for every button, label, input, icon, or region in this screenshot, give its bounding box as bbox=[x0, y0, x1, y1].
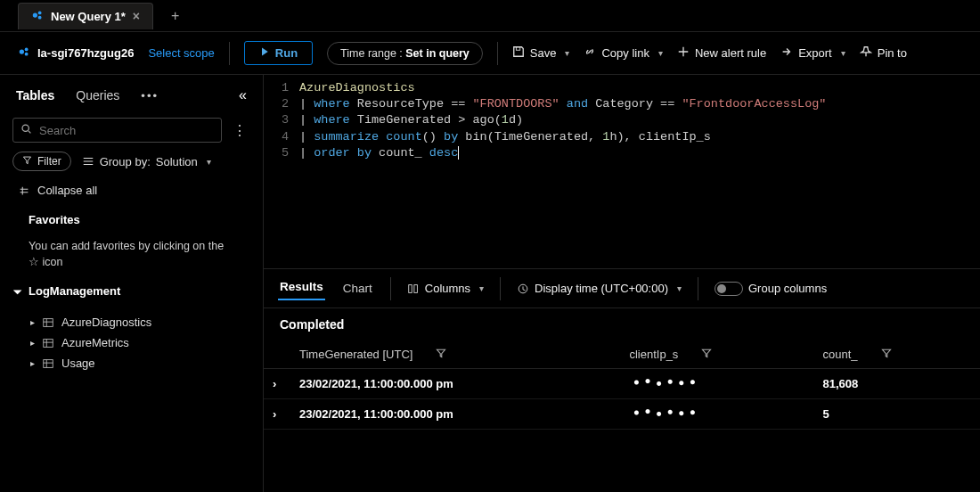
group-by-dropdown[interactable]: Group by: Solution bbox=[82, 155, 211, 168]
cell-time: 23/02/2021, 11:00:00.000 pm bbox=[290, 399, 620, 430]
copy-link-label: Copy link bbox=[601, 46, 649, 60]
svg-rect-8 bbox=[44, 318, 53, 326]
cell-count: 81,608 bbox=[813, 369, 980, 399]
collapse-all-label: Collapse all bbox=[37, 184, 97, 197]
results-toolbar: Results Chart Columns Display time (UTC+… bbox=[264, 268, 980, 308]
svg-rect-11 bbox=[409, 284, 412, 292]
query-tab-icon bbox=[31, 9, 44, 24]
workspace-name: la-sgi767hzgug26 bbox=[37, 46, 134, 60]
sidebar-tab-tables[interactable]: Tables bbox=[16, 88, 54, 102]
query-tab-title: New Query 1* bbox=[51, 10, 126, 23]
export-label: Export bbox=[798, 46, 832, 60]
pin-label: Pin to bbox=[878, 46, 907, 60]
play-icon bbox=[259, 46, 270, 60]
svg-rect-12 bbox=[414, 284, 418, 292]
results-table: TimeGenerated [UTC]clientIp_scount_ ›23/… bbox=[264, 340, 980, 430]
redacted-ip bbox=[629, 376, 704, 389]
new-alert-label: New alert rule bbox=[695, 46, 766, 60]
filter-label: Filter bbox=[37, 155, 61, 168]
export-icon bbox=[780, 45, 793, 61]
run-button[interactable]: Run bbox=[244, 41, 313, 65]
svg-rect-10 bbox=[44, 359, 53, 367]
new-alert-button[interactable]: New alert rule bbox=[677, 45, 766, 61]
svg-point-1 bbox=[38, 11, 42, 14]
expand-row-icon[interactable]: › bbox=[264, 399, 290, 430]
columns-button[interactable]: Columns bbox=[407, 282, 484, 295]
group-columns-toggle[interactable]: Group columns bbox=[715, 282, 827, 296]
select-scope-link[interactable]: Select scope bbox=[148, 46, 214, 60]
collapse-all-link[interactable]: Collapse all bbox=[12, 180, 250, 201]
tree-category-label: LogManagement bbox=[29, 284, 120, 298]
svg-point-3 bbox=[20, 49, 24, 53]
save-icon bbox=[512, 45, 525, 61]
search-icon bbox=[20, 123, 32, 137]
query-tab-active[interactable]: New Query 1* × bbox=[18, 3, 153, 29]
group-columns-label: Group columns bbox=[748, 282, 827, 295]
filter-icon[interactable] bbox=[436, 348, 446, 361]
sidebar-search[interactable] bbox=[12, 118, 222, 143]
query-editor[interactable]: 1AzureDiagnostics2| where ResourceType =… bbox=[264, 75, 980, 161]
group-by-value: Solution bbox=[156, 155, 198, 168]
expand-row-icon[interactable]: › bbox=[264, 369, 290, 399]
display-time-button[interactable]: Display time (UTC+00:00) bbox=[517, 282, 682, 295]
cell-count: 5 bbox=[813, 399, 980, 430]
column-header[interactable]: clientIp_s bbox=[620, 340, 813, 369]
table-row[interactable]: ›23/02/2021, 11:00:00.000 pm81,608 bbox=[264, 369, 980, 399]
main-toolbar: la-sgi767hzgug26 Select scope Run Time r… bbox=[0, 32, 980, 75]
run-label: Run bbox=[275, 46, 298, 60]
save-label: Save bbox=[530, 46, 557, 60]
workspace-scope[interactable]: la-sgi767hzgug26 bbox=[18, 45, 134, 61]
link-icon bbox=[584, 45, 596, 61]
tree-item-usage[interactable]: Usage bbox=[12, 353, 250, 373]
plus-icon bbox=[677, 45, 690, 61]
time-range-label: Time range : bbox=[340, 47, 403, 60]
workarea: 1AzureDiagnostics2| where ResourceType =… bbox=[264, 75, 980, 492]
sidebar-tab-queries[interactable]: Queries bbox=[76, 88, 119, 102]
time-range-pill[interactable]: Time range : Set in query bbox=[327, 42, 483, 65]
svg-point-7 bbox=[22, 125, 29, 131]
new-tab-button[interactable]: + bbox=[164, 4, 186, 28]
filter-icon[interactable] bbox=[881, 348, 892, 361]
pin-icon bbox=[860, 45, 872, 61]
redacted-ip bbox=[629, 406, 704, 419]
collapse-sidebar-icon[interactable]: « bbox=[239, 87, 247, 103]
export-button[interactable]: Export bbox=[780, 45, 845, 61]
close-icon[interactable]: × bbox=[133, 9, 140, 23]
cell-ip bbox=[620, 399, 813, 430]
query-status: Completed bbox=[264, 308, 980, 340]
divider bbox=[500, 277, 501, 300]
column-header[interactable]: TimeGenerated [UTC] bbox=[290, 340, 620, 369]
favorites-hint: You can add favorites by clicking on the… bbox=[12, 239, 250, 270]
favorites-heading: Favorites bbox=[12, 209, 250, 230]
divider bbox=[390, 277, 391, 300]
toggle-switch[interactable] bbox=[715, 282, 743, 296]
svg-point-2 bbox=[38, 15, 42, 19]
display-time-label: Display time (UTC+00:00) bbox=[535, 282, 668, 295]
sidebar: Tables Queries ••• « ⋮ Filter Group by: … bbox=[0, 75, 264, 492]
cell-ip bbox=[620, 369, 813, 399]
filter-icon[interactable] bbox=[701, 348, 712, 361]
results-tab-results[interactable]: Results bbox=[278, 276, 325, 300]
sidebar-more-button[interactable]: ••• bbox=[141, 89, 159, 102]
divider bbox=[698, 277, 698, 300]
column-header[interactable]: count_ bbox=[813, 340, 980, 369]
sidebar-search-more[interactable]: ⋮ bbox=[229, 122, 250, 139]
group-by-label: Group by: bbox=[100, 155, 151, 168]
save-button[interactable]: Save bbox=[512, 45, 570, 61]
results-tab-chart[interactable]: Chart bbox=[341, 278, 374, 299]
workspace-icon bbox=[18, 45, 30, 61]
filter-icon bbox=[22, 155, 32, 168]
query-tabstrip: New Query 1* × + bbox=[0, 0, 980, 32]
svg-point-4 bbox=[25, 47, 29, 51]
tree-item-azuremetrics[interactable]: AzureMetrics bbox=[12, 332, 250, 353]
columns-label: Columns bbox=[425, 282, 470, 295]
tree-item-azurediagnostics[interactable]: AzureDiagnostics bbox=[12, 312, 250, 332]
divider bbox=[497, 42, 498, 65]
pin-button[interactable]: Pin to bbox=[860, 45, 907, 61]
table-row[interactable]: ›23/02/2021, 11:00:00.000 pm5 bbox=[264, 399, 980, 430]
svg-point-0 bbox=[33, 12, 37, 17]
filter-chip[interactable]: Filter bbox=[12, 152, 71, 171]
search-input[interactable] bbox=[39, 124, 214, 137]
tree-category-logmanagement[interactable]: LogManagement bbox=[12, 279, 250, 303]
copy-link-button[interactable]: Copy link bbox=[584, 45, 662, 61]
